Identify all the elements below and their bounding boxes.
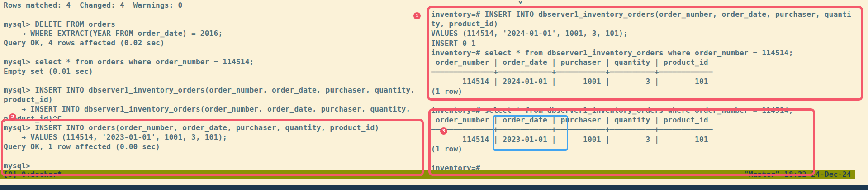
annotation-badge-1: 1 [413,12,421,19]
annotation-badge-3: 3 [440,127,447,135]
terminal-screen: Rows matched: 4 Changed: 4 Warnings: 0 m… [0,0,868,190]
annotation-box-order-date [493,115,568,151]
annotation-box-2 [1,119,424,176]
bottom-bar [0,185,868,190]
annotation-badge-2: 2 [9,113,16,121]
annotation-box-1 [427,6,863,101]
stray-x-character: x [518,0,522,4]
stray-x-glyph: x [518,0,522,4]
annotation-box-3 [428,108,815,176]
